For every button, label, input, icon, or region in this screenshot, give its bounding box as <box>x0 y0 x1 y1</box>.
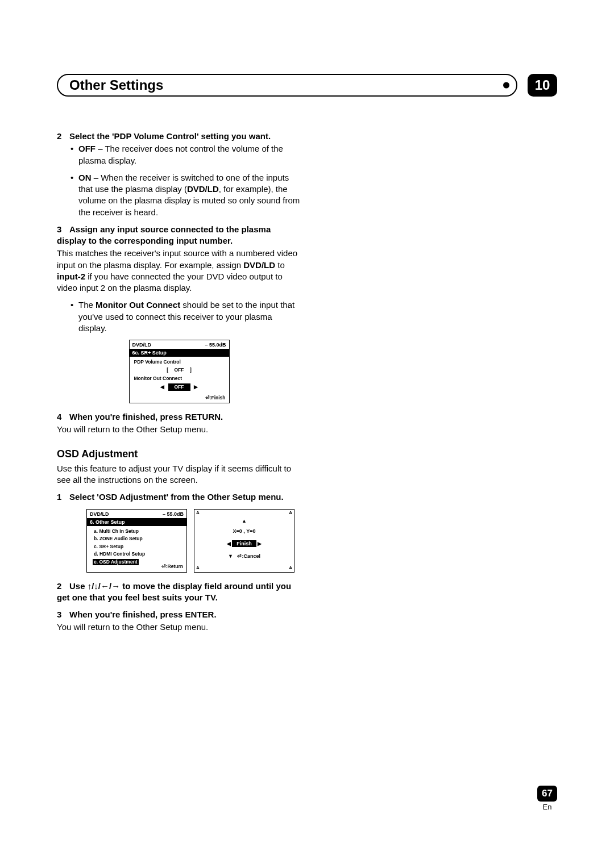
osd-screen-adjust: A A A A ▲ X=0 , Y=0 ◀ Finish ▶ ▼ ⏎:Cance… <box>194 509 294 573</box>
page-footer-badge: 67 En <box>537 786 557 811</box>
step-3-bullet: The Monitor Out Connect should be set to… <box>57 299 301 334</box>
step-4-body: You will return to the Other Setup menu. <box>57 424 301 435</box>
osd-step-1-heading: 1Select 'OSD Adjustment' from the Other … <box>57 491 301 503</box>
osd-figure-1: DVD/LD – 55.0dB 6c. SR+ Setup PDP Volume… <box>57 340 301 403</box>
step-2-bullet-off: OFF – The receiver does not control the … <box>57 143 301 166</box>
osd-adjustment-heading: OSD Adjustment <box>57 447 301 461</box>
step-4-heading: 4When you're finished, press RETURN. <box>57 411 301 423</box>
chapter-header: Other Settings 10 <box>57 74 557 97</box>
step-2-heading: 2Select the 'PDP Volume Control' setting… <box>57 131 301 142</box>
osd-screen-sr-setup: DVD/LD – 55.0dB 6c. SR+ Setup PDP Volume… <box>129 340 230 403</box>
osd-screen-other-setup: DVD/LD – 55.0dB 6. Other Setup a. Multi … <box>86 509 187 573</box>
osd-step-3-body: You will return to the Other Setup menu. <box>57 621 301 633</box>
osd-step-2-heading: 2Use ↑/↓/←/→ to move the display field a… <box>57 581 301 604</box>
osd-adjustment-intro: Use this feature to adjust your TV displ… <box>57 463 301 486</box>
document-page: Other Settings 10 2Select the 'PDP Volum… <box>0 0 614 868</box>
arrow-icons: ↑/↓/←/→ <box>88 581 121 591</box>
chapter-number-badge: 10 <box>528 74 557 97</box>
step-2-bullet-on: ON – When the receiver is switched to on… <box>57 172 301 218</box>
page-language: En <box>537 803 557 811</box>
osd-figure-2: DVD/LD – 55.0dB 6. Other Setup a. Multi … <box>57 509 301 573</box>
step-3-heading: 3Assign any input source connected to th… <box>57 224 301 247</box>
left-column: 2Select the 'PDP Volume Control' setting… <box>57 131 301 633</box>
chapter-title: Other Settings <box>69 77 163 93</box>
page-number: 67 <box>537 786 557 802</box>
chapter-title-box: Other Settings <box>57 74 517 97</box>
step-3-body: This matches the receiver's input source… <box>57 248 301 294</box>
osd-step-3-heading: 3When you're finished, press ENTER. <box>57 609 301 620</box>
